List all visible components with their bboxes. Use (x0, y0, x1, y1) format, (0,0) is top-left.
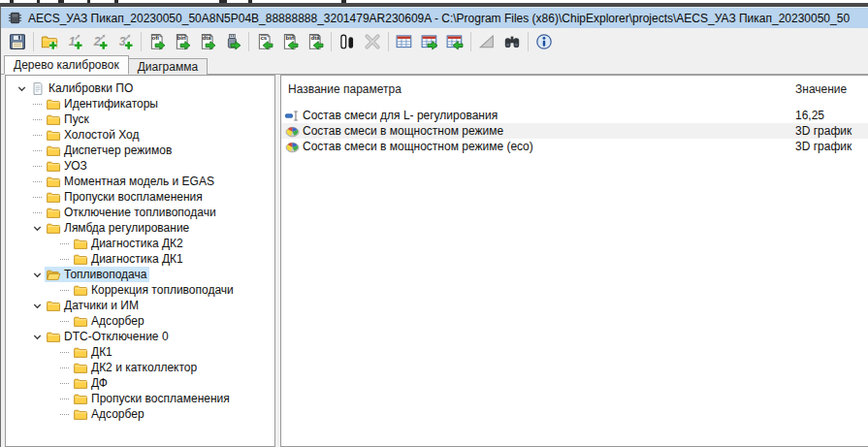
tree-item-content: DTC-Отключение 0 (45, 329, 172, 344)
search-button[interactable] (499, 30, 525, 53)
tree-item-content: Моментная модель и EGAS (45, 174, 217, 189)
chip-icon (8, 11, 22, 25)
folder-icon (73, 360, 88, 375)
export-device-button[interactable] (220, 30, 245, 53)
toolbar-separator (388, 32, 389, 51)
tree-connector (29, 127, 45, 143)
tree-item-content: ДК2 и катколлектор (72, 360, 200, 375)
tree-item-content: Диагностика ДК1 (72, 251, 186, 267)
tree-item[interactable]: ДФ (6, 375, 274, 391)
toolbar-separator (33, 32, 34, 51)
folder-icon (46, 158, 61, 174)
table-view-button[interactable] (392, 30, 417, 53)
folder-icon (73, 236, 88, 251)
tree-item-content: Диспетчер режимов (45, 143, 175, 158)
svg-text:cs: cs (261, 35, 268, 41)
tree-item[interactable]: Адсорбер (6, 313, 274, 329)
chevron-down-icon[interactable] (29, 267, 45, 282)
tree-item[interactable]: ДК1 (6, 344, 274, 360)
tree-item[interactable]: DTC-Отключение 0 (6, 329, 274, 344)
tab-diagram[interactable]: Диаграмма (129, 58, 208, 75)
column-header-value[interactable]: Значение (795, 82, 847, 96)
chevron-down-icon[interactable] (14, 80, 29, 96)
tree-item[interactable]: Датчики и ИМ (6, 298, 274, 313)
toolbar-separator (248, 32, 249, 51)
tree-connector (56, 344, 72, 360)
add-level-1-button[interactable]: 1 (62, 30, 87, 53)
export-ofi-button[interactable]: ofi (145, 30, 170, 53)
toolbar: 123ofibindtacsbindta (1, 28, 868, 55)
import-dta-button[interactable]: dta (303, 30, 328, 53)
export-dta-button[interactable]: dta (195, 30, 220, 53)
tree-connector (56, 375, 72, 391)
tab-calibration-tree[interactable]: Дерево калибровок (4, 55, 129, 75)
tree-item[interactable]: ДК2 и катколлектор (6, 360, 274, 375)
tab-label: Дерево калибровок (14, 58, 119, 72)
table-out-icon (421, 33, 438, 50)
tree-item-label: Моментная модель и EGAS (64, 175, 214, 188)
tree-item-content: Пропуски воспламенения (45, 189, 206, 205)
tree-item-content: УОЗ (45, 158, 90, 174)
app-window: AECS_УАЗ Пикап_20230050_50A8N5P04B_88888… (0, 7, 868, 447)
num-plus-icon: 1 (66, 33, 83, 50)
tree-item[interactable]: Диспетчер режимов (6, 143, 274, 158)
tree-item[interactable]: Пуск (6, 112, 274, 127)
add-level-2-button[interactable]: 2 (87, 30, 113, 53)
tree-item[interactable]: Адсорбер (6, 406, 274, 422)
document-icon (30, 80, 46, 96)
title-bar[interactable]: AECS_УАЗ Пикап_20230050_50A8N5P04B_88888… (1, 7, 868, 28)
tree-item[interactable]: Пропуски воспламенения (6, 189, 274, 205)
toolbar-separator (528, 32, 529, 51)
binoculars-icon (503, 33, 521, 50)
tree-item[interactable]: Топливоподача (6, 267, 274, 282)
tree-item[interactable]: УОЗ (6, 158, 274, 174)
tree-item-label: Пуск (64, 112, 89, 126)
column-header-name[interactable]: Название параметра (288, 82, 402, 96)
table-export-button[interactable] (417, 30, 442, 53)
import-bin-button[interactable]: bin (277, 30, 303, 53)
tree-item[interactable]: Моментная модель и EGAS (6, 174, 274, 189)
tree-item-content: Пропуски воспламенения (72, 391, 233, 406)
import-cs-button[interactable]: cs (252, 30, 277, 53)
parameter-row[interactable]: Состав смеси в мощностном режиме3D графи… (281, 123, 868, 139)
tree-item[interactable]: Диагностика ДК1 (6, 251, 274, 267)
svg-text:bin: bin (286, 35, 295, 41)
folder-icon (73, 375, 88, 391)
parameter-row[interactable]: Состав смеси в мощностном режиме (eco)3D… (281, 139, 868, 154)
tree-item-label: Идентификаторы (64, 97, 158, 111)
tree-item[interactable]: Отключение топливоподачи (6, 205, 274, 220)
info-button[interactable] (531, 30, 557, 53)
num-plus-icon: 2 (91, 33, 109, 50)
add-folder-button[interactable] (37, 30, 62, 53)
export-bin-button[interactable]: bin (170, 30, 195, 53)
tree-item[interactable]: Пропуски воспламенения (6, 391, 274, 406)
parameter-name: Состав смеси в мощностном режиме (eco) (303, 140, 533, 153)
tree-item[interactable]: Калибровки ПО (6, 80, 274, 96)
table-in-icon (446, 33, 464, 50)
tree-item[interactable]: Идентификаторы (6, 96, 274, 112)
parameter-row[interactable]: Состав смеси для L- регулирования16,25 (281, 108, 868, 123)
tree-item-content: Коррекция топливоподачи (72, 282, 237, 298)
chevron-down-icon[interactable] (29, 220, 45, 236)
tree-item-content: Пуск (45, 112, 92, 127)
folder-icon (46, 127, 61, 143)
save-button[interactable] (5, 30, 30, 53)
compare-files-button[interactable] (335, 30, 360, 53)
tree-item[interactable]: Диагностика ДК2 (6, 236, 274, 251)
triangle-icon (478, 33, 496, 50)
tree-item[interactable]: Коррекция топливоподачи (6, 282, 274, 298)
tree-item-content: Адсорбер (72, 313, 147, 329)
tree-connector (29, 112, 45, 127)
table-import-button[interactable] (442, 30, 467, 53)
tree-item-label: Адсорбер (91, 407, 145, 421)
tree-item[interactable]: Лямбда регулирование (6, 220, 274, 236)
tab-label: Диаграмма (138, 60, 198, 74)
folder-plus-icon (41, 33, 58, 50)
chevron-down-icon[interactable] (29, 298, 45, 313)
tree-item-label: Лямбда регулирование (64, 221, 189, 235)
list-header: Название параметра Значение (281, 76, 868, 101)
add-level-3-button[interactable]: 3 (113, 30, 138, 53)
chevron-down-icon[interactable] (29, 329, 45, 344)
tree-item[interactable]: Холостой Ход (6, 127, 274, 143)
tree-connector (29, 143, 45, 158)
